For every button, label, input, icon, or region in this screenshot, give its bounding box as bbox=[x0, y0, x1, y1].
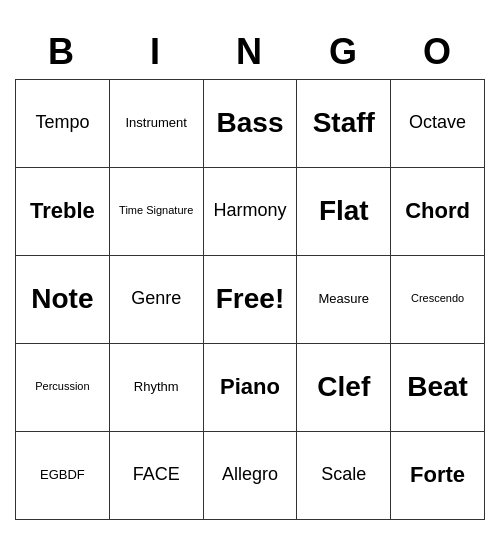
cell-text-r3-c2: Piano bbox=[220, 374, 280, 400]
cell-text-r3-c3: Clef bbox=[317, 370, 370, 404]
cell-text-r3-c0: Percussion bbox=[35, 380, 89, 393]
bingo-card: BINGO TempoInstrumentBassStaffOctaveTreb… bbox=[15, 25, 485, 520]
cell-text-r4-c1: FACE bbox=[133, 464, 180, 486]
cell-r3-c3[interactable]: Clef bbox=[297, 344, 391, 432]
header-letter: N bbox=[203, 25, 297, 79]
cell-text-r1-c4: Chord bbox=[405, 198, 470, 224]
header-letter: O bbox=[391, 25, 485, 79]
header-letter: B bbox=[15, 25, 109, 79]
cell-r0-c0[interactable]: Tempo bbox=[16, 80, 110, 168]
cell-r0-c2[interactable]: Bass bbox=[204, 80, 298, 168]
cell-text-r2-c0: Note bbox=[31, 282, 93, 316]
cell-r3-c4[interactable]: Beat bbox=[391, 344, 485, 432]
cell-r2-c0[interactable]: Note bbox=[16, 256, 110, 344]
cell-r2-c1[interactable]: Genre bbox=[110, 256, 204, 344]
cell-r0-c1[interactable]: Instrument bbox=[110, 80, 204, 168]
cell-r1-c4[interactable]: Chord bbox=[391, 168, 485, 256]
cell-text-r0-c3: Staff bbox=[313, 106, 375, 140]
cell-text-r2-c3: Measure bbox=[319, 291, 370, 307]
cell-r3-c2[interactable]: Piano bbox=[204, 344, 298, 432]
cell-r1-c2[interactable]: Harmony bbox=[204, 168, 298, 256]
cell-text-r4-c4: Forte bbox=[410, 462, 465, 488]
cell-r2-c4[interactable]: Crescendo bbox=[391, 256, 485, 344]
cell-text-r4-c0: EGBDF bbox=[40, 467, 85, 483]
cell-text-r1-c1: Time Signature bbox=[119, 204, 193, 217]
bingo-header: BINGO bbox=[15, 25, 485, 79]
cell-r1-c1[interactable]: Time Signature bbox=[110, 168, 204, 256]
cell-text-r2-c4: Crescendo bbox=[411, 292, 464, 305]
cell-text-r0-c0: Tempo bbox=[35, 112, 89, 134]
cell-r4-c0[interactable]: EGBDF bbox=[16, 432, 110, 520]
cell-text-r1-c0: Treble bbox=[30, 198, 95, 224]
cell-r2-c2[interactable]: Free! bbox=[204, 256, 298, 344]
cell-r0-c3[interactable]: Staff bbox=[297, 80, 391, 168]
cell-r4-c4[interactable]: Forte bbox=[391, 432, 485, 520]
header-letter: G bbox=[297, 25, 391, 79]
cell-r4-c2[interactable]: Allegro bbox=[204, 432, 298, 520]
cell-text-r1-c2: Harmony bbox=[213, 200, 286, 222]
cell-r3-c0[interactable]: Percussion bbox=[16, 344, 110, 432]
cell-text-r2-c1: Genre bbox=[131, 288, 181, 310]
cell-text-r3-c4: Beat bbox=[407, 370, 468, 404]
cell-text-r0-c4: Octave bbox=[409, 112, 466, 134]
cell-text-r0-c1: Instrument bbox=[125, 115, 186, 131]
cell-text-r2-c2: Free! bbox=[216, 282, 284, 316]
cell-text-r4-c2: Allegro bbox=[222, 464, 278, 486]
cell-text-r1-c3: Flat bbox=[319, 194, 369, 228]
cell-text-r0-c2: Bass bbox=[217, 106, 284, 140]
cell-r1-c3[interactable]: Flat bbox=[297, 168, 391, 256]
header-letter: I bbox=[109, 25, 203, 79]
cell-text-r3-c1: Rhythm bbox=[134, 379, 179, 395]
bingo-grid: TempoInstrumentBassStaffOctaveTrebleTime… bbox=[15, 79, 485, 520]
cell-r1-c0[interactable]: Treble bbox=[16, 168, 110, 256]
cell-r2-c3[interactable]: Measure bbox=[297, 256, 391, 344]
cell-r4-c3[interactable]: Scale bbox=[297, 432, 391, 520]
cell-r4-c1[interactable]: FACE bbox=[110, 432, 204, 520]
cell-r3-c1[interactable]: Rhythm bbox=[110, 344, 204, 432]
cell-r0-c4[interactable]: Octave bbox=[391, 80, 485, 168]
cell-text-r4-c3: Scale bbox=[321, 464, 366, 486]
